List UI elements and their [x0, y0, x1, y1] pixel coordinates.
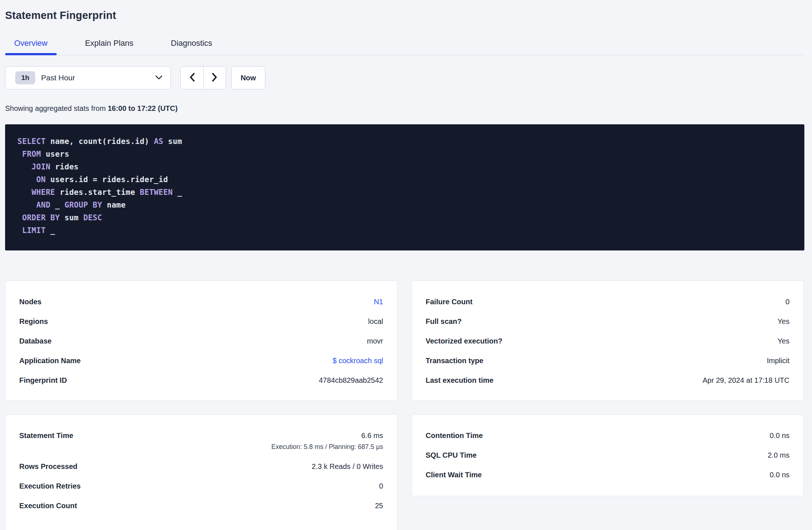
stat-row: Regionslocal [19, 318, 383, 325]
tab-overview[interactable]: Overview [5, 39, 57, 55]
sql-keyword: ON [17, 175, 46, 184]
sql-line: AND _ GROUP BY name [17, 199, 797, 212]
chevron-down-icon [155, 75, 162, 81]
sql-keyword: AND [17, 201, 51, 209]
stat-value: 2.3 k Reads / 0 Writes [312, 463, 383, 470]
tab-explain-plans[interactable]: Explain Plans [76, 39, 142, 55]
aggregated-stats-text: Showing aggregated stats from 16:00 to 1… [5, 104, 804, 113]
stat-label: Execution Retries [19, 482, 88, 490]
stat-row: Execution Retries0 [19, 482, 383, 490]
chevron-right-icon [212, 72, 218, 83]
sql-line: FROM users [17, 148, 797, 161]
cards-left-column: NodesN1RegionslocalDatabasemovrApplicati… [5, 281, 397, 530]
time-interval-nav [180, 66, 226, 89]
sql-statement-box: SELECT name, count(rides.id) AS sum FROM… [5, 124, 804, 250]
stat-row: Application Name$ cockroach sql [19, 357, 383, 365]
stat-row: Contention Time0.0 ns [426, 432, 789, 439]
stat-row: Vectorized execution?Yes [426, 337, 789, 345]
stat-label: Regions [19, 318, 55, 325]
stat-row: Databasemovr [19, 337, 383, 345]
stat-value: movr [367, 337, 383, 345]
sql-text: sum [60, 213, 84, 222]
cards-right-column: Failure Count0Full scan?YesVectorized ex… [411, 281, 804, 496]
stat-subvalue: Execution: 5.8 ms / Planning: 687.5 µs [271, 443, 383, 451]
sql-text: users [41, 150, 69, 158]
sql-line: LIMIT _ [17, 224, 797, 237]
time-range-label: Past Hour [41, 73, 155, 82]
stat-label: Vectorized execution? [426, 337, 510, 345]
stat-label: Transaction type [426, 357, 491, 365]
time-controls: 1h Past Hour Now [5, 66, 804, 89]
stat-value-link[interactable]: $ cockroach sql [333, 357, 383, 365]
time-range-dropdown[interactable]: 1h Past Hour [5, 66, 171, 89]
stat-value: 25 [375, 502, 383, 510]
stat-row: Execution Count25 [19, 502, 383, 510]
card-statement-details: NodesN1RegionslocalDatabasemovrApplicati… [5, 281, 397, 401]
next-interval-button[interactable] [203, 67, 226, 89]
sql-line: WHERE rides.start_time BETWEEN _ [17, 186, 797, 199]
stat-label: Nodes [19, 298, 49, 306]
sql-line: ON users.id = rides.rider_id [17, 173, 797, 186]
stat-value: Yes [777, 337, 789, 345]
page-title: Statement Fingerprint [5, 9, 804, 21]
stat-value: 4784cb829aab2542 [319, 377, 383, 384]
sql-keyword: FROM [17, 150, 41, 158]
prev-interval-button[interactable] [181, 67, 203, 89]
sql-line: JOIN rides [17, 161, 797, 173]
sql-text: rides.start_time [55, 188, 140, 197]
tab-diagnostics[interactable]: Diagnostics [162, 39, 221, 55]
stat-row: Transaction typeImplicit [426, 357, 789, 365]
stat-label: Contention Time [426, 432, 490, 439]
card-execution-attributes: Failure Count0Full scan?YesVectorized ex… [411, 281, 804, 401]
stat-label: Statement Time [19, 432, 81, 439]
stat-value: Implicit [767, 357, 789, 365]
sql-line: ORDER BY sum DESC [17, 212, 797, 224]
sql-keyword: ORDER BY [17, 213, 60, 222]
stat-label: Client Wait Time [426, 471, 489, 479]
stat-value-link[interactable]: N1 [374, 298, 383, 306]
stat-value: 2.0 ms [768, 451, 789, 459]
aggregated-stats-prefix: Showing aggregated stats from [5, 104, 108, 112]
card-wait-times: Contention Time0.0 nsSQL CPU Time2.0 msC… [411, 414, 804, 496]
time-range-badge: 1h [15, 71, 35, 84]
chevron-left-icon [189, 72, 195, 83]
stat-label: Database [19, 337, 59, 345]
sql-text: _ [51, 201, 65, 209]
sql-text: _ [173, 188, 182, 197]
sql-keyword: SELECT [17, 137, 46, 146]
stat-label: Execution Count [19, 502, 84, 510]
stat-row: Rows Processed2.3 k Reads / 0 Writes [19, 463, 383, 470]
now-button[interactable]: Now [231, 66, 265, 89]
stat-row: NodesN1 [19, 298, 383, 306]
sql-keyword: BETWEEN [140, 188, 173, 197]
sql-keyword: AS [154, 137, 163, 146]
stat-row: Statement Time6.6 msExecution: 5.8 ms / … [19, 432, 383, 451]
stat-row: Client Wait Time0.0 ns [426, 471, 789, 479]
sql-keyword: GROUP BY [64, 201, 102, 209]
stat-label: Failure Count [426, 298, 480, 306]
sql-line: SELECT name, count(rides.id) AS sum [17, 135, 797, 148]
stat-label: SQL CPU Time [426, 451, 484, 459]
stat-label: Application Name [19, 357, 88, 365]
stat-row: Failure Count0 [426, 298, 789, 306]
sql-text: _ [46, 226, 55, 235]
stat-value: 0 [379, 482, 383, 490]
sql-text: sum [163, 137, 182, 146]
sql-text: rides [51, 162, 79, 171]
stat-row: SQL CPU Time2.0 ms [426, 451, 789, 459]
sql-text: users.id = rides.rider_id [46, 175, 168, 184]
stat-label: Fingerprint ID [19, 377, 74, 384]
stat-row: Fingerprint ID4784cb829aab2542 [19, 377, 383, 384]
stat-value: 0.0 ns [770, 432, 789, 439]
sql-keyword: WHERE [17, 188, 55, 197]
tab-bar: Overview Explain Plans Diagnostics [5, 39, 804, 55]
stats-cards: NodesN1RegionslocalDatabasemovrApplicati… [5, 281, 804, 530]
stat-value: 0.0 ns [770, 471, 789, 479]
sql-keyword: LIMIT [17, 226, 46, 235]
sql-text: name, count(rides.id) [46, 137, 154, 146]
sql-keyword: DESC [83, 213, 102, 222]
card-statement-times: Statement Time6.6 msExecution: 5.8 ms / … [5, 414, 397, 530]
stat-label: Rows Processed [19, 463, 85, 470]
aggregated-stats-range: 16:00 to 17:22 (UTC) [108, 104, 177, 112]
stat-row: Full scan?Yes [426, 318, 789, 325]
